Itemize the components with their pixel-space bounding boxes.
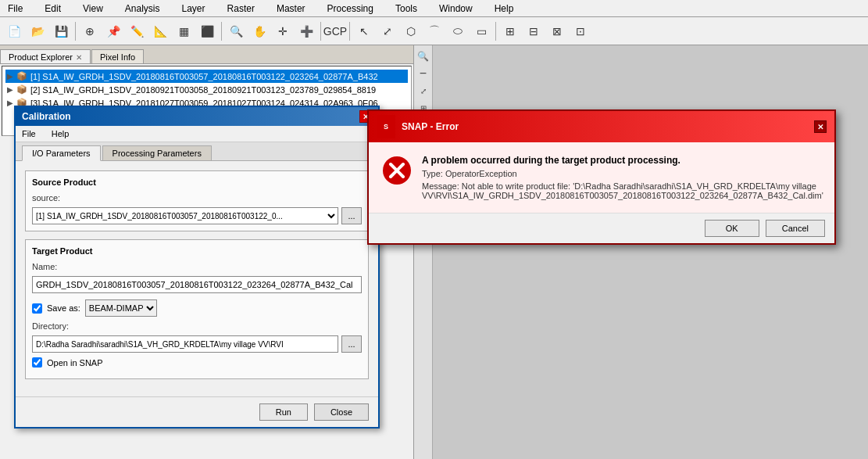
grid-tool2[interactable]: ⊟: [523, 20, 545, 42]
polygon-tool[interactable]: ⬡: [400, 20, 422, 42]
expand-icon-2[interactable]: ▶: [7, 85, 13, 94]
source-label: source:: [32, 193, 79, 203]
measure-tool[interactable]: 📐: [149, 20, 171, 42]
directory-field-row: Directory:: [32, 321, 362, 331]
separator-4: [349, 22, 350, 41]
menu-view[interactable]: View: [78, 2, 108, 16]
error-close-button[interactable]: ✕: [814, 120, 827, 133]
tab-bar: Product Explorer ✕ Pixel Info: [0, 45, 413, 64]
open-in-snap-checkbox[interactable]: [32, 357, 42, 368]
error-content: A problem occurred during the target pro…: [422, 155, 823, 200]
menu-help[interactable]: Help: [490, 2, 519, 16]
calibration-dialog: Calibration ✕ File Help I/O Parameters P…: [14, 106, 380, 429]
gcp2-tool[interactable]: GCP: [324, 20, 346, 42]
select-tool[interactable]: ↖: [353, 20, 375, 42]
move-tool[interactable]: ⤢: [377, 20, 398, 42]
rect-tool[interactable]: ▭: [470, 20, 492, 42]
pin-tool[interactable]: 📌: [102, 20, 124, 42]
side-tools: 🔍 − ⤢ ⊞ ▣ ↖: [414, 45, 433, 459]
draw-tool[interactable]: ✏️: [126, 20, 148, 42]
expand-icon-1[interactable]: ▶: [7, 72, 13, 81]
name-input[interactable]: [32, 276, 362, 293]
calibration-footer: Run Close: [16, 396, 378, 427]
calibration-tab-processing-label: Processing Parameters: [113, 149, 202, 158]
tab-pixel-info-label: Pixel Info: [100, 52, 135, 62]
directory-browse-button[interactable]: ...: [341, 335, 362, 353]
side-zoom-in[interactable]: 🔍: [416, 48, 431, 64]
error-ok-button[interactable]: OK: [705, 220, 759, 237]
menu-raster[interactable]: Raster: [223, 2, 259, 16]
calibration-tab-bar: I/O Parameters Processing Parameters: [16, 142, 378, 161]
grid-tool1[interactable]: ⊞: [499, 20, 521, 42]
save-as-checkbox[interactable]: [32, 303, 42, 314]
product-icon-2: 📦: [16, 84, 27, 95]
save-as-label: Save as:: [47, 303, 80, 313]
target-section-title: Target Product: [32, 246, 362, 256]
separator-1: [75, 22, 76, 41]
menu-window[interactable]: Window: [434, 2, 477, 16]
menu-tools[interactable]: Tools: [391, 2, 422, 16]
menu-analysis[interactable]: Analysis: [120, 2, 165, 16]
save-tool[interactable]: 💾: [50, 20, 72, 42]
error-type-text: Type: OperatorException: [422, 169, 823, 178]
calibration-title: Calibration: [22, 111, 71, 122]
expand-icon-3[interactable]: ▶: [7, 99, 13, 107]
source-browse-button[interactable]: ...: [341, 207, 362, 224]
curve-tool[interactable]: ⌒: [423, 20, 445, 42]
shape-tool2[interactable]: ⬛: [196, 20, 218, 42]
save-as-format-select[interactable]: BEAM-DIMAP: [85, 299, 157, 317]
plus-tool[interactable]: ➕: [295, 20, 317, 42]
menu-processing[interactable]: Processing: [323, 2, 378, 16]
menu-edit[interactable]: Edit: [40, 2, 66, 16]
error-cancel-button[interactable]: Cancel: [766, 220, 825, 237]
ellipse-tool[interactable]: ⬭: [447, 20, 469, 42]
new-tool[interactable]: 📄: [3, 20, 25, 42]
snap-brand-icon: S: [377, 115, 395, 138]
open-in-snap-label: Open in SNAP: [47, 358, 103, 368]
separator-2: [221, 22, 222, 41]
zoom-tool[interactable]: 🔍: [225, 20, 247, 42]
source-section: Source Product source: [1] S1A_IW_GRDH_1…: [25, 170, 369, 231]
pan-tool[interactable]: ✋: [248, 20, 270, 42]
calibration-menu-help[interactable]: Help: [48, 127, 73, 140]
name-field-row: Name:: [32, 262, 362, 271]
tab-product-explorer-close[interactable]: ✕: [76, 53, 82, 62]
run-button[interactable]: Run: [259, 403, 308, 421]
error-footer: OK Cancel: [369, 213, 834, 243]
side-zoom-full[interactable]: ⤢: [416, 83, 431, 99]
error-circle-icon: [381, 155, 413, 186]
separator-5: [495, 22, 496, 41]
side-zoom-out[interactable]: −: [416, 66, 431, 81]
error-body: A problem occurred during the target pro…: [369, 142, 834, 213]
error-message-text: Message: Not able to write product file:…: [422, 181, 823, 200]
calibration-menu-bar: File Help: [16, 126, 378, 142]
target-section: Target Product Name: Save as: BEAM-DIMAP…: [25, 239, 369, 379]
close-button[interactable]: Close: [314, 403, 369, 421]
source-select[interactable]: [1] S1A_IW_GRDH_1SDV_20180816T003057_201…: [32, 207, 338, 224]
calibration-tab-processing[interactable]: Processing Parameters: [102, 145, 212, 160]
calibration-tab-io[interactable]: I/O Parameters: [22, 145, 101, 161]
crosshair-tool[interactable]: ✛: [272, 20, 294, 42]
tree-item-1[interactable]: ▶ 📦 [1] S1A_IW_GRDH_1SDV_20180816T003057…: [5, 70, 408, 83]
menu-layer[interactable]: Layer: [177, 2, 210, 16]
tab-product-explorer-label: Product Explorer: [9, 52, 73, 62]
calibration-menu-file[interactable]: File: [19, 127, 39, 140]
grid-tool3[interactable]: ⊠: [546, 20, 568, 42]
directory-input[interactable]: [32, 335, 338, 353]
menu-file[interactable]: File: [3, 2, 27, 16]
name-label: Name:: [32, 262, 79, 271]
error-dialog: S SNAP - Error ✕ A problem occurred duri…: [367, 109, 836, 245]
open-tool[interactable]: 📂: [27, 20, 48, 42]
error-title-bar: S SNAP - Error ✕: [369, 111, 834, 142]
calibration-body: Source Product source: [1] S1A_IW_GRDH_1…: [16, 161, 378, 396]
menu-bar: File Edit View Analysis Layer Raster Mas…: [0, 0, 868, 17]
gcp-tool[interactable]: ⊕: [79, 20, 101, 42]
tab-product-explorer[interactable]: Product Explorer ✕: [0, 49, 91, 63]
shape-tool1[interactable]: ▦: [173, 20, 195, 42]
grid-tool4[interactable]: ⊡: [570, 20, 591, 42]
tab-pixel-info[interactable]: Pixel Info: [91, 49, 144, 63]
menu-master[interactable]: Master: [272, 2, 310, 16]
right-panel: 🔍 − ⤢ ⊞ ▣ ↖: [414, 45, 868, 459]
tree-item-2[interactable]: ▶ 📦 [2] S1A_IW_GRDH_1SDV_20180921T003058…: [5, 83, 408, 96]
separator-3: [320, 22, 321, 41]
